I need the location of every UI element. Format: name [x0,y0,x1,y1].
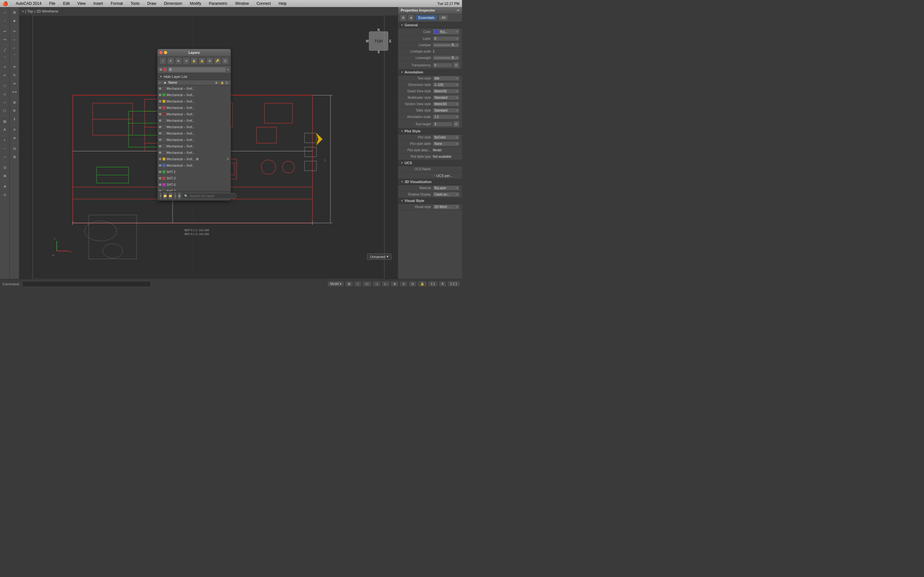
menu-connect[interactable]: Connect [255,1,272,6]
layout-btn1[interactable]: ⊞ [346,282,352,286]
zoom-btn[interactable]: ⊕ [391,282,398,286]
section-annotation-header[interactable]: ▼ Annotation [398,69,462,75]
view-cube[interactable]: N S E W TOP [366,28,391,54]
toolbar2-explode[interactable]: ⊛ [11,134,18,142]
toolbar-coord-btn[interactable]: ⊕ [1,182,9,190]
toolbar-minus-btn[interactable]: − [1,145,9,152]
filter-expand-icon[interactable]: ▼ [160,75,162,78]
properties-edit-icon[interactable]: ✏ [457,9,459,12]
footer-minus-btn[interactable]: − [174,192,176,199]
menu-modify[interactable]: Modify [189,1,202,6]
prop-value-table-style[interactable]: Standard ▾ [433,108,459,113]
command-input[interactable] [23,281,151,287]
layer-item[interactable]: SHT-7 [158,188,231,191]
menu-parametric[interactable]: Parametric [208,1,229,6]
footer-folder-btn[interactable]: 📁 [163,192,167,199]
toolbar-undo-btn[interactable]: ↩ [1,27,9,35]
prop-value-linetype[interactable]: B... ▾ [433,43,459,47]
layer-btn-delete[interactable]: 🔑 [214,57,221,64]
prop-tool-2[interactable]: ◈ [408,15,414,21]
prop-value-material[interactable]: ByLayer ▾ [433,185,459,190]
prop-value-multileader[interactable]: Standard ▾ [433,95,459,100]
toolbar-redo-btn[interactable]: ↪ [1,35,9,43]
breadcrumb-wireframe[interactable]: 2D Wireframe [37,9,58,13]
toolbar-draw-btn4[interactable]: ∞ [1,71,9,79]
layer-item[interactable]: Mechanical – Xref... [158,111,231,117]
menu-draw[interactable]: Draw [146,1,158,6]
toolbar2-extend[interactable]: ↔ [11,35,18,43]
drawing-area[interactable]: + | Top | 2D Wireframe [19,7,398,279]
toolbar2-move[interactable]: ✛ [11,63,18,71]
anno-scale-btn[interactable]: 1:1 [428,282,437,286]
toolbar-draw-btn1[interactable]: ╱ [1,46,9,54]
toolbar2-copy[interactable]: ⧉ [11,107,18,114]
layer-item[interactable]: Mechanical – Xref... [158,85,231,92]
toolbar2-mirror[interactable]: ⟺ [11,88,18,95]
layer-item[interactable]: Mechanical – Xref... [158,117,231,124]
menu-view[interactable]: View [76,1,87,6]
toolbar-shape-btn2[interactable]: ◇ [1,90,9,98]
toolbar-intersect-btn[interactable]: ∩ [1,153,9,161]
prop-value-layer[interactable]: 0 ▾ [433,36,459,41]
layer-item[interactable]: Mechanical – Xref... [158,130,231,137]
toolbar-arrow-btn[interactable]: ↑ [1,17,9,24]
breadcrumb-top[interactable]: Top [27,9,33,13]
toolbar2-scale[interactable]: ⇔ [11,79,18,87]
prop-tool-1[interactable]: ⊞ [400,15,407,21]
toolbar-shape-btn1[interactable]: □ [1,82,9,89]
prop-value-section-view[interactable]: Metric50 ▾ [433,102,459,106]
toolbar-text-btn[interactable]: A [1,126,9,133]
layer-item[interactable]: Mechanical – Xref... ⌘⌘ [158,156,231,162]
footer-open-folder-btn[interactable]: 📂 [168,192,173,199]
prop-value-text-style[interactable]: title ▾ [433,76,459,81]
annotation-btn[interactable]: A [439,282,446,286]
menu-file[interactable]: File [48,1,57,6]
layer-item[interactable]: Mechanical – Xref... [158,124,231,130]
toolbar2-snap[interactable]: ⊡ [11,145,18,152]
layers-list[interactable]: Mechanical – Xref...Mechanical – Xref...… [158,85,231,191]
toolbar-measure-btn[interactable]: ⊡ [1,163,9,171]
toolbar2-btn2[interactable]: ◈ [11,17,18,24]
view-cube-face[interactable]: TOP [369,31,388,51]
apple-menu[interactable]: 🍎 [3,1,8,6]
menu-autocad[interactable]: AutoCAD 2014 [15,1,43,6]
prop-value-text-height[interactable]: 3 [433,122,452,127]
prop-value-lineweight[interactable]: B... ▾ [433,55,459,60]
section-ucs-header[interactable]: ▼ UCS [398,160,462,166]
menu-tools[interactable]: Tools [129,1,141,6]
layer-item[interactable]: Mechanical – Xref... [158,137,231,143]
prop-value-dim-style[interactable]: 1–100 ▾ [433,82,459,87]
prop-value-shadow[interactable]: Casts an... ▾ [433,192,459,197]
toolbar2-fillet[interactable]: ⌐ [11,44,18,52]
3d-nav-btn[interactable]: ⊡ [409,282,416,286]
prop-value-detail-view[interactable]: Metric50 ▾ [433,89,459,93]
prop-tab-all[interactable]: All [439,15,448,21]
layer-color-box[interactable] [163,68,166,71]
toolbar-plus-btn[interactable]: + [1,136,9,144]
footer-settings-btn[interactable]: ⊞ [178,192,181,199]
layers-panel-minimize[interactable] [164,51,167,54]
layer-item[interactable]: Mechanical – Xref... [158,143,231,149]
toolbar2-chamfer[interactable]: ⌒ [11,52,18,60]
nav-left-btn[interactable]: ◁ [373,282,380,286]
layer-item[interactable]: Mechanical – Xref... [158,105,231,111]
toolbar-shape-btn4[interactable]: ⬡ [1,107,9,114]
toolbar-zoom-btn[interactable]: ⊙ [1,191,9,198]
footer-add-btn[interactable]: + [160,192,162,199]
menu-insert[interactable]: Insert [92,1,104,6]
layer-btn-check[interactable]: ✓ [160,57,166,64]
section-visual-header[interactable]: ▼ Visual Style [398,198,462,204]
named-dropdown[interactable]: Unnamed ▾ [367,253,391,259]
toolbar2-grid[interactable]: ⊞ [11,153,18,161]
layer-item[interactable]: Mechanical – Xref... [158,162,231,169]
toolbar2-btn1[interactable]: ⊞ [11,8,18,16]
toolbar-hatch-btn[interactable]: ▤ [1,117,9,125]
layers-search-input[interactable] [182,193,237,199]
layer-item[interactable]: SHT-2 [158,169,231,175]
prop-value-anno-scale[interactable]: 1:1 ▾ [433,114,459,119]
menu-edit[interactable]: Edit [61,1,71,6]
menu-window[interactable]: Window [234,1,250,6]
toolbar-block-btn[interactable]: ⊞ [1,172,9,179]
layer-name-input[interactable] [168,67,226,72]
layer-btn-freeze[interactable]: ❄ [175,57,182,64]
